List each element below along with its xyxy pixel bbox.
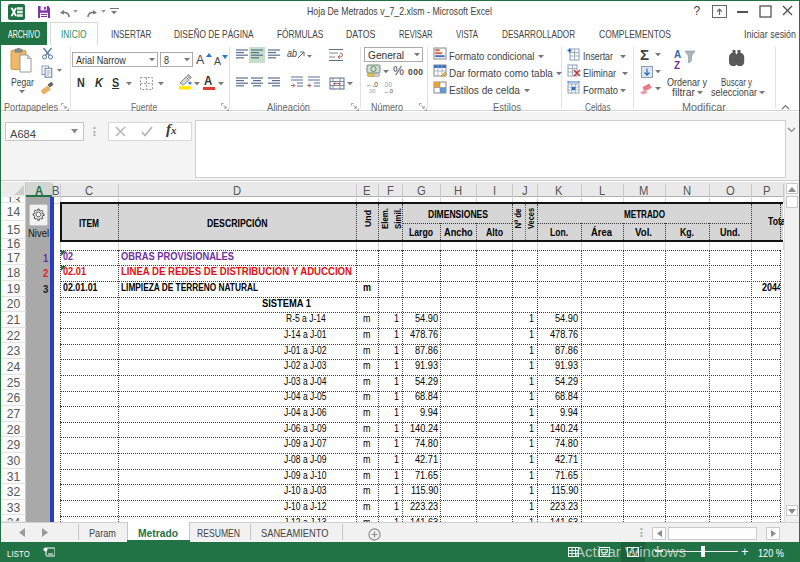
svg-text:→.0: →.0 [383,88,393,94]
svg-text:.00: .00 [368,88,376,94]
